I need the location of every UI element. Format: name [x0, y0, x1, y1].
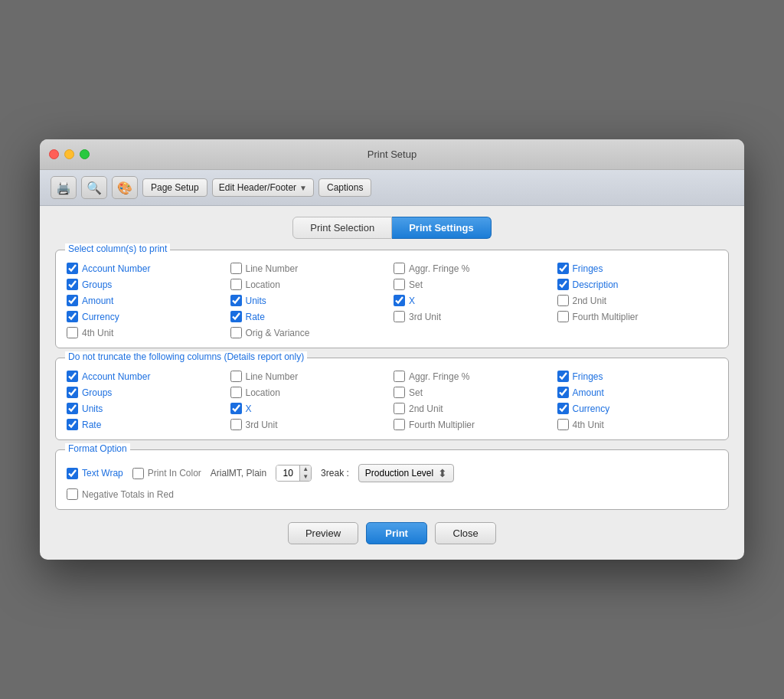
no-truncate-section: Do not truncate the following columns (D…	[55, 358, 729, 440]
col-line-number[interactable]: Line Number	[230, 263, 391, 274]
col-set[interactable]: Set	[394, 279, 554, 290]
select-columns-title: Select column(s) to print	[65, 243, 170, 254]
select-columns-grid: Account Number Line Number Aggr. Fringe …	[67, 263, 717, 338]
production-level-select[interactable]: Production Level ⬍	[358, 464, 454, 482]
dropdown-arrow-icon: ▼	[299, 184, 307, 192]
col-currency[interactable]: Currency	[67, 311, 227, 322]
main-content: Print Selection Print Settings Select co…	[40, 206, 744, 560]
col-4th-unit[interactable]: 4th Unit	[67, 327, 227, 338]
magnify-toolbar-button[interactable]: 🔍	[81, 176, 107, 199]
trunc-3rd-unit[interactable]: 3rd Unit	[230, 419, 391, 430]
format-option-title: Format Option	[65, 443, 130, 454]
col-orig-variance[interactable]: Orig & Variance	[230, 327, 391, 338]
close-button[interactable]: Close	[435, 522, 496, 544]
no-truncate-grid: Account Number Line Number Aggr. Fringe …	[67, 371, 717, 430]
trunc-aggr-fringe[interactable]: Aggr. Fringe %	[394, 371, 554, 382]
select-arrow-icon: ⬍	[438, 467, 447, 479]
col-groups[interactable]: Groups	[67, 279, 227, 290]
text-wrap-label: Text Wrap	[82, 468, 123, 479]
font-size-input[interactable]	[276, 465, 299, 481]
footer-buttons: Preview Print Close	[55, 522, 729, 544]
col-rate[interactable]: Rate	[230, 311, 391, 322]
negative-totals-checkbox[interactable]: Negative Totals in Red	[67, 488, 174, 500]
trunc-2nd-unit[interactable]: 2nd Unit	[394, 403, 554, 414]
close-window-button[interactable]	[49, 149, 59, 159]
color-icon: 🎨	[117, 181, 132, 195]
spinner-up-button[interactable]: ▲	[300, 465, 311, 473]
color-toolbar-button[interactable]: 🎨	[112, 176, 138, 199]
trunc-units[interactable]: Units	[67, 403, 227, 414]
production-level-value: Production Level	[365, 468, 433, 479]
col-3rd-unit[interactable]: 3rd Unit	[394, 311, 554, 322]
negative-totals-label: Negative Totals in Red	[82, 489, 174, 500]
spinner-down-button[interactable]: ▼	[300, 473, 311, 481]
break-label: 3reak :	[321, 468, 349, 479]
trunc-amount[interactable]: Amount	[557, 387, 718, 398]
tab-print-settings[interactable]: Print Settings	[392, 217, 492, 239]
trunc-set[interactable]: Set	[394, 387, 554, 398]
format-row-1: Text Wrap Print In Color ArialMT, Plain …	[67, 464, 717, 482]
tab-print-selection[interactable]: Print Selection	[292, 217, 392, 239]
print-in-color-label: Print In Color	[148, 468, 201, 479]
captions-button[interactable]: Captions	[318, 178, 371, 197]
trunc-4th-unit[interactable]: 4th Unit	[557, 419, 718, 430]
format-option-section: Format Option Text Wrap Print In Color A…	[55, 449, 729, 510]
col-aggr-fringe[interactable]: Aggr. Fringe %	[394, 263, 554, 274]
trunc-currency[interactable]: Currency	[557, 403, 718, 414]
print-in-color-checkbox[interactable]: Print In Color	[132, 468, 201, 479]
col-x[interactable]: X	[394, 295, 554, 306]
trunc-fourth-multiplier[interactable]: Fourth Multiplier	[394, 419, 554, 430]
window-controls	[49, 149, 90, 159]
col-account-number[interactable]: Account Number	[67, 263, 227, 274]
maximize-window-button[interactable]	[80, 149, 90, 159]
col-2nd-unit[interactable]: 2nd Unit	[557, 295, 718, 306]
minimize-window-button[interactable]	[64, 149, 74, 159]
trunc-groups[interactable]: Groups	[67, 387, 227, 398]
col-fringes[interactable]: Fringes	[557, 263, 718, 274]
page-setup-button[interactable]: Page Setup	[142, 178, 207, 197]
trunc-location[interactable]: Location	[230, 387, 391, 398]
trunc-line-number[interactable]: Line Number	[230, 371, 391, 382]
spinner-arrows: ▲ ▼	[299, 465, 311, 481]
no-truncate-title: Do not truncate the following columns (D…	[65, 351, 307, 362]
negative-totals-row: Negative Totals in Red	[67, 488, 717, 500]
text-wrap-checkbox[interactable]: Text Wrap	[67, 468, 123, 479]
col-location[interactable]: Location	[230, 279, 391, 290]
font-name-label: ArialMT, Plain	[211, 468, 266, 479]
preview-button[interactable]: Preview	[288, 522, 358, 544]
tab-bar: Print Selection Print Settings	[55, 217, 729, 239]
print-icon: 🖨️	[56, 181, 71, 195]
trunc-rate[interactable]: Rate	[67, 419, 227, 430]
print-button[interactable]: Print	[366, 522, 427, 544]
print-setup-window: Print Setup 🖨️ 🔍 🎨 Page Setup Edit Heade…	[40, 139, 744, 560]
select-columns-section: Select column(s) to print Account Number…	[55, 250, 729, 348]
col-amount[interactable]: Amount	[67, 295, 227, 306]
trunc-account-number[interactable]: Account Number	[67, 371, 227, 382]
edit-header-footer-label: Edit Header/Footer	[219, 182, 296, 193]
toolbar: 🖨️ 🔍 🎨 Page Setup Edit Header/Footer ▼ C…	[40, 170, 744, 206]
magnify-icon: 🔍	[87, 181, 102, 195]
print-toolbar-button[interactable]: 🖨️	[51, 176, 77, 199]
font-size-spinner: ▲ ▼	[276, 465, 312, 482]
trunc-x[interactable]: X	[230, 403, 391, 414]
col-fourth-multiplier[interactable]: Fourth Multiplier	[557, 311, 718, 322]
col-description[interactable]: Description	[557, 279, 718, 290]
trunc-fringes[interactable]: Fringes	[557, 371, 718, 382]
titlebar: Print Setup	[40, 139, 744, 170]
window-title: Print Setup	[368, 149, 416, 160]
edit-header-footer-dropdown[interactable]: Edit Header/Footer ▼	[212, 178, 314, 197]
col-units[interactable]: Units	[230, 295, 391, 306]
